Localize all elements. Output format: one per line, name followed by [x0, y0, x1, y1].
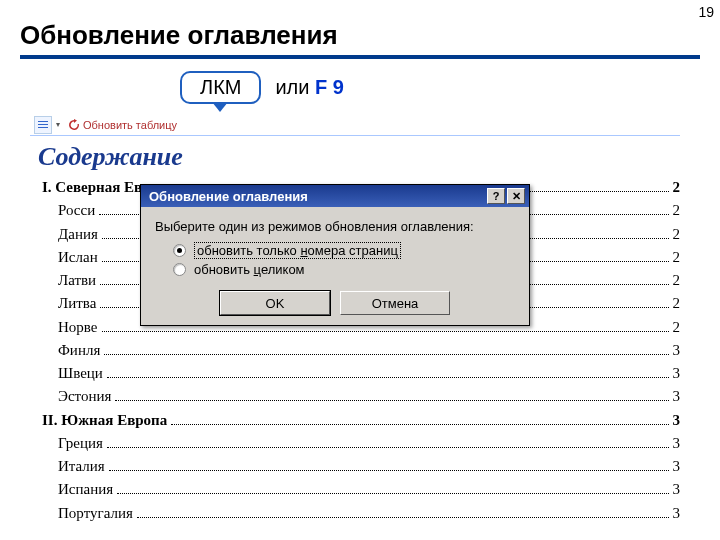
toc-entry-page: 3 [673, 409, 681, 432]
close-button[interactable]: ✕ [507, 188, 525, 204]
slide-title: Обновление оглавления [20, 20, 720, 51]
toc-entry-label: Норве [58, 316, 98, 339]
toc-leader [109, 470, 669, 471]
toc-entry-page: 3 [673, 502, 681, 525]
hint-or: или [275, 76, 315, 98]
hint-key: F 9 [315, 76, 344, 98]
toc-toolbar: ▾ Обновить таблицу [30, 114, 680, 136]
svg-rect-0 [38, 121, 48, 122]
toc-entry-page: 2 [673, 223, 681, 246]
svg-rect-1 [38, 124, 48, 125]
ok-button[interactable]: OK [220, 291, 330, 315]
toc-entry-page: 2 [673, 316, 681, 339]
toc-entry-page: 2 [673, 246, 681, 269]
opt2-prefix: обновить [194, 262, 254, 277]
toc-entry: Испания3 [58, 478, 680, 501]
toc-leader [117, 493, 668, 494]
toc-entry-label: Португалия [58, 502, 133, 525]
toc-entry-label: II. Южная Европа [42, 409, 167, 432]
toc-entry: Финля3 [58, 339, 680, 362]
opt1-access: н [300, 243, 307, 258]
toc-entry: Италия3 [58, 455, 680, 478]
toc-entry-page: 3 [673, 432, 681, 455]
toc-entry-label: Финля [58, 339, 100, 362]
toc-leader [171, 424, 668, 425]
toc-entry-label: Испания [58, 478, 113, 501]
toc-entry-page: 2 [673, 292, 681, 315]
dropdown-arrow-icon[interactable]: ▾ [56, 120, 60, 129]
toc-entry: II. Южная Европа3 [42, 409, 680, 432]
toc-options-button[interactable] [34, 116, 52, 134]
toc-entry-label: Латви [58, 269, 96, 292]
title-underline [20, 55, 700, 59]
radio-row-entire: обновить целиком [173, 262, 515, 277]
dialog-body: Выберите один из режимов обновления огла… [141, 207, 529, 325]
toc-leader [102, 331, 669, 332]
toc-entry-page: 2 [673, 199, 681, 222]
toc-entry-label: Дания [58, 223, 98, 246]
dialog-titlebar: Обновление оглавления ? ✕ [141, 185, 529, 207]
radio-entire[interactable] [173, 263, 186, 276]
toc-entry-page: 3 [673, 385, 681, 408]
toc-leader [137, 517, 669, 518]
update-toc-dialog: Обновление оглавления ? ✕ Выберите один … [140, 184, 530, 326]
toc-entry-page: 3 [673, 339, 681, 362]
toc-entry: Греция3 [58, 432, 680, 455]
update-table-label: Обновить таблицу [83, 119, 177, 131]
lkm-callout: ЛКМ [180, 71, 261, 104]
toc-leader [115, 400, 668, 401]
toc-leader [104, 354, 668, 355]
svg-rect-2 [38, 127, 48, 128]
toc-entry: Швеци3 [58, 362, 680, 385]
dialog-instruction: Выберите один из режимов обновления огла… [155, 219, 515, 234]
radio-row-page-numbers: обновить только номера страниц [173, 242, 515, 259]
toc-entry-label: Росси [58, 199, 95, 222]
page-number: 19 [698, 4, 714, 20]
toc-entry-label: Греция [58, 432, 103, 455]
toc-entry-page: 3 [673, 455, 681, 478]
toc-leader [107, 447, 669, 448]
toc-entry-page: 2 [673, 269, 681, 292]
hint-text: или F 9 [275, 76, 343, 99]
radio-page-numbers[interactable] [173, 244, 186, 257]
toc-entry-label: Ислан [58, 246, 98, 269]
opt2-suffix: еликом [261, 262, 305, 277]
toc-leader [107, 377, 669, 378]
toc-entry-page: 2 [673, 176, 681, 199]
cancel-button[interactable]: Отмена [340, 291, 450, 315]
toc-entry-page: 3 [673, 478, 681, 501]
radio-entire-label[interactable]: обновить целиком [194, 262, 305, 277]
toc-entry: Португалия3 [58, 502, 680, 525]
help-button[interactable]: ? [487, 188, 505, 204]
toc-entry-page: 3 [673, 362, 681, 385]
opt2-access: ц [254, 262, 261, 277]
opt1-prefix: обновить только [197, 243, 300, 258]
radio-page-numbers-label[interactable]: обновить только номера страниц [194, 242, 401, 259]
dialog-button-row: OK Отмена [155, 291, 515, 315]
toc-entry: Эстония3 [58, 385, 680, 408]
refresh-icon [68, 119, 80, 131]
dialog-title-text: Обновление оглавления [149, 189, 485, 204]
toc-entry-label: Литва [58, 292, 96, 315]
toc-title: Содержание [38, 142, 680, 172]
toc-entry-label: Италия [58, 455, 105, 478]
toc-entry-label: Эстония [58, 385, 111, 408]
hint-row: ЛКМ или F 9 [180, 71, 720, 104]
toc-entry-label: Швеци [58, 362, 103, 385]
list-icon [37, 119, 49, 131]
update-table-button[interactable]: Обновить таблицу [64, 118, 181, 132]
opt1-suffix: омера страниц [308, 243, 398, 258]
